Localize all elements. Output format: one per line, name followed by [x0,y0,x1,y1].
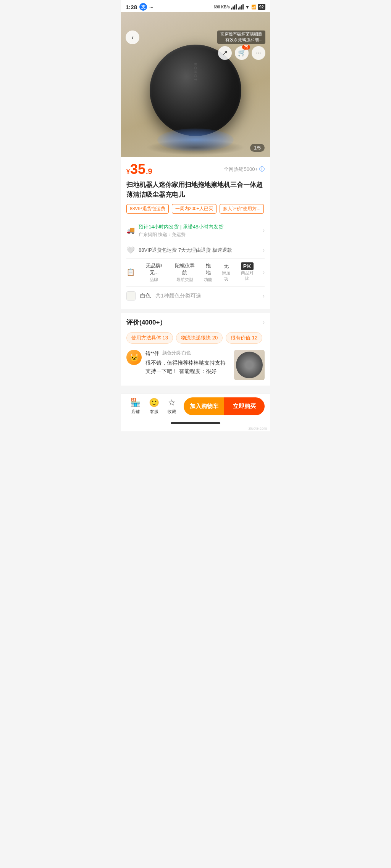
more-icon: ··· [256,49,261,57]
alipay-icon: 支 [139,3,147,11]
status-left: 1:28 支 ··· [126,3,153,11]
status-right: 698 KB/s ▼ 📶 92 [214,4,265,10]
review-tag-2[interactable]: 很有价值 12 [226,332,262,344]
reviews-section: 评价(4000+） › 使用方法具体 13 物流快递很快 20 很有价值 12 … [121,313,270,386]
battery-indicator: 92 [258,4,265,10]
network-speed: 698 KB/s [214,5,230,9]
color-name: 白色 [140,293,151,299]
nav-collect[interactable]: ☆ 收藏 [164,398,180,415]
reviews-header[interactable]: 评价(4000+） › [126,318,265,327]
delivery-arrow-icon: › [263,227,265,234]
image-counter: 1/5 [250,144,265,152]
delivery-icon: 🚚 [126,226,135,235]
home-indicator [121,419,270,426]
specs-icon: 📋 [126,268,135,276]
delivery-sub: 广东揭阳 快递：免运费 [139,231,259,238]
service-label: 客服 [150,409,158,415]
share-button[interactable]: ↗ [218,46,232,60]
shop-icon: 🏪 [130,398,141,408]
price-decimal: .9 [146,167,152,176]
reviewer-name: 错**伴 [145,350,159,357]
return-main: 88VIP退货包运费 7天无理由退货 极速退款 [139,246,259,254]
return-content: 88VIP退货包运费 7天无理由退货 极速退款 [139,246,259,254]
tag-vip[interactable]: 88VIP退货包运费 [126,204,169,214]
review-tags: 使用方法具体 13 物流快递很快 20 很有价值 12 [126,332,265,344]
buy-now-button[interactable]: 立即购买 [224,397,265,415]
status-time: 1:28 [126,4,137,10]
review-content: 错**伴 颜色分类:白色 很不错，值得推荐棒棒哒支持支持支持一下吧！ 智能程度：… [145,350,230,376]
pk-badge: PK [241,262,254,270]
spec-extra: 无 附加功 [220,263,232,282]
nav-shop[interactable]: 🏪 店铺 [126,398,144,415]
cart-icon: 🛒 [238,49,246,57]
color-swatch-white [126,291,136,301]
bottom-bar: 🏪 店铺 🙂 客服 ☆ 收藏 加入购物车 立即购买 [121,393,270,419]
delivery-row[interactable]: 🚚 预计14小时内发货 | 承诺48小时内发货 广东揭阳 快递：免运费 › [126,219,265,242]
review-tag-1[interactable]: 物流快递很快 20 [176,332,223,344]
back-button[interactable]: ‹ [126,31,139,44]
color-arrow-icon: › [263,293,265,299]
top-nav: ‹ 高穿透率破坏菌螨细胞 有效杀死螨虫和细... ↗ 🛒 75 ··· [121,27,270,63]
tag-review[interactable]: 多人评价"使用方... [220,204,264,214]
home-bar [171,422,220,424]
wifi-icon: ▼ [245,4,250,10]
spec-compare: PK 商品对比 [239,263,255,281]
service-icon: 🙂 [149,398,159,408]
reviewer-meta: 颜色分类:白色 [162,350,191,356]
collect-label: 收藏 [168,409,176,415]
product-title: 扫地机器人迷你家用扫地拖地擦地机三合一体超薄清洁吸尘器充电儿 [126,180,265,199]
review-image-inner [236,352,263,378]
shop-label: 店铺 [131,409,140,415]
nav-service[interactable]: 🙂 客服 [145,398,163,415]
color-count: 共1种颜色分类可选 [155,293,201,299]
cart-badge: 75 [242,45,250,50]
price-display: ¥ 35 .9 [126,162,152,176]
delivery-content: 预计14小时内发货 | 承诺48小时内发货 广东揭阳 快递：免运费 [139,223,259,238]
color-selection-row[interactable]: 白色 共1种颜色分类可选 › [126,286,265,305]
delivery-main: 预计14小时内发货 | 承诺48小时内发货 [139,223,259,231]
cart-button[interactable]: 🛒 75 [235,46,249,60]
specs-arrow-icon: › [263,269,265,276]
purchase-btn-group: 加入购物车 立即购买 [184,397,265,415]
promo-overlay-text: 高穿透率破坏菌螨细胞 有效杀死螨虫和细... [217,31,265,44]
wifi-signal: 📶 [251,5,257,10]
reviews-arrow-icon: › [263,319,265,326]
product-info-section: ¥ 35 .9 全网热销5000+ ⓘ 扫地机器人迷你家用扫地拖地擦地机三合一体… [121,157,270,309]
spec-navigation: 陀螺仪导航 导航类型 [173,262,196,283]
review-tag-0[interactable]: 使用方法具体 13 [126,332,173,344]
return-policy-row[interactable]: 🤍 88VIP退货包运费 7天无理由退货 极速退款 › [126,242,265,258]
price-main: 35 [130,162,145,176]
nav-right-icons: ↗ 🛒 75 ··· [218,46,265,60]
section-divider [121,309,270,313]
status-dots: ··· [149,4,153,10]
robot-shadow [146,140,245,155]
tags-row: 88VIP退货包运费 一周内200+人已买 多人评价"使用方... [126,204,265,214]
bottom-nav-items: 🏪 店铺 🙂 客服 ☆ 收藏 [126,398,180,415]
robot-logo-text: ROBOT [193,63,198,82]
tag-buyers[interactable]: 一周内200+人已买 [172,204,217,214]
review-text: 很不错，值得推荐棒棒哒支持支持支持一下吧！ 智能程度：很好 [145,358,230,376]
collect-icon: ☆ [168,398,176,408]
price-row: ¥ 35 .9 全网热销5000+ ⓘ [126,162,265,176]
bottom-spacing [121,386,270,393]
return-arrow-icon: › [263,247,265,254]
reviewer-avatar: 🐱 [126,350,142,365]
spec-mop: 拖地 功能 [204,262,213,283]
add-to-cart-button[interactable]: 加入购物车 [184,397,224,415]
signal-icon-2 [238,4,244,10]
review-card: 🐱 错**伴 颜色分类:白色 很不错，值得推荐棒棒哒支持支持支持一下吧！ 智能程… [126,350,265,380]
hot-sales-info: 全网热销5000+ ⓘ [224,166,265,173]
price-symbol: ¥ [126,169,130,175]
share-icon: ↗ [222,49,228,57]
review-image [234,350,265,380]
reviews-title: 评价(4000+） [126,318,166,327]
info-icon[interactable]: ⓘ [259,166,265,173]
specs-row[interactable]: 📋 无品牌/无... 品牌 陀螺仪导航 导航类型 拖地 功能 无 附加功 PK … [126,258,265,286]
watermark: zluote.com [121,426,270,431]
signal-icon [231,4,237,10]
more-button[interactable]: ··· [252,46,265,60]
product-image-container: ‹ 高穿透率破坏菌螨细胞 有效杀死螨虫和细... ↗ 🛒 75 ··· [121,12,270,157]
heart-icon: 🤍 [126,246,135,254]
spec-brand: 无品牌/无... 品牌 [142,262,166,283]
status-bar: 1:28 支 ··· 698 KB/s ▼ 📶 92 [121,0,270,12]
